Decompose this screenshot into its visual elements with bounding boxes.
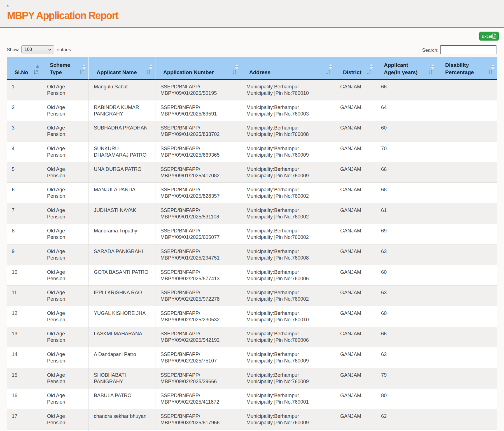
svg-text:x: x bbox=[493, 35, 495, 38]
